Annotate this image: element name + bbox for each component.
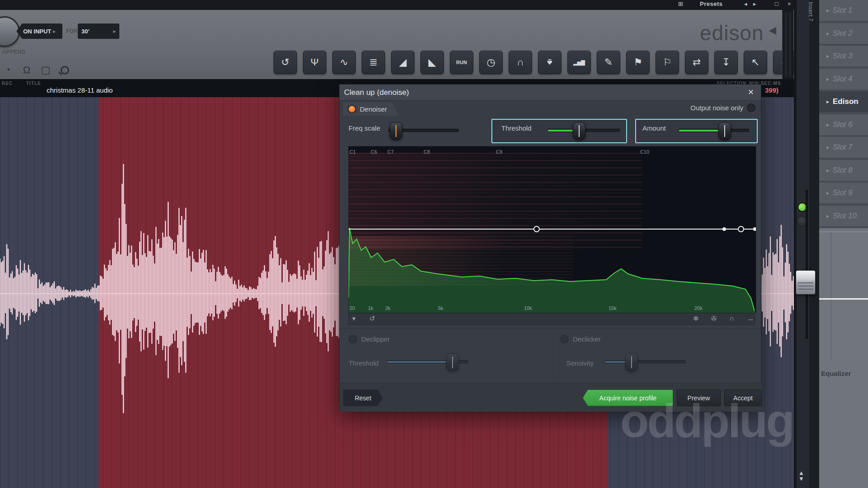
amount-label: Amount — [642, 124, 666, 132]
fade-in-icon[interactable]: ◢ — [391, 51, 415, 74]
select-region-icon[interactable]: ▢ — [39, 63, 52, 77]
clip-icon[interactable]: ✇ — [711, 314, 717, 323]
blur-tool-icon[interactable]: Ψ — [303, 51, 326, 74]
mixer-slot-slot-9[interactable]: ▸Slot 9 — [819, 183, 868, 203]
slot-label: Edison — [833, 97, 859, 106]
threshold-slider[interactable] — [547, 122, 620, 140]
edison-window-titlebar: ⊞ Presets ◂ ▸ □ × — [0, 0, 794, 10]
equalizer-display[interactable] — [819, 231, 868, 361]
presets-button[interactable]: Presets — [700, 0, 722, 7]
reset-display-icon[interactable]: ↺ — [369, 314, 375, 323]
fade-out-icon[interactable]: ◣ — [420, 51, 444, 74]
mixer-slot-edison[interactable]: ▸Edison — [819, 91, 868, 112]
output-noise-only-label: Output noise only — [690, 104, 743, 112]
mixer-slot-slot-3[interactable]: ▸Slot 3 — [819, 46, 868, 66]
select-tool-icon[interactable]: ↖ — [744, 51, 767, 74]
magnet-icon[interactable]: ∩ — [729, 314, 734, 322]
freq-label-1k: 1k — [368, 305, 373, 311]
spread-icon[interactable]: ↔ — [747, 314, 754, 322]
slot-label: Slot 10 — [833, 211, 857, 221]
slot-arrow-icon: ▸ — [826, 30, 829, 37]
declipper-threshold-slider[interactable] — [387, 353, 468, 371]
normalize-icon[interactable]: ∿ — [332, 51, 356, 74]
freeze-icon[interactable]: ❄ — [693, 314, 699, 323]
slider-fill — [679, 130, 724, 131]
record-duration-dropdown[interactable]: 30' ▸ — [78, 23, 119, 39]
draw-tool-icon[interactable]: ✎ — [597, 51, 620, 74]
declipper-led[interactable] — [349, 335, 357, 343]
preview-headphones-icon[interactable]: Ω — [20, 63, 33, 77]
preset-next-icon[interactable]: ▸ — [753, 0, 756, 7]
freq-label-15k: 15k — [609, 305, 617, 311]
denoise-tool-icon[interactable]: ♠ — [538, 51, 561, 74]
threshold-label: Threshold — [501, 124, 532, 132]
spectrum-curve — [349, 146, 756, 313]
declipper-toggle[interactable]: Declipper — [349, 335, 390, 343]
note-label-c9: C9 — [496, 149, 502, 155]
slider-knob[interactable] — [573, 122, 585, 140]
scrub-icon[interactable]: ◔ — [1, 63, 14, 77]
slider-knob[interactable] — [625, 353, 638, 371]
preset-prev-icon[interactable]: ◂ — [744, 0, 747, 7]
output-noise-only-led[interactable] — [747, 103, 755, 112]
equalize-icon[interactable]: ≣ — [362, 51, 385, 74]
stats-icon[interactable]: ▂▅▇ — [567, 51, 591, 74]
dialog-close-icon[interactable]: × — [745, 86, 756, 98]
scroll-arrows[interactable]: ▲▼ — [798, 470, 804, 482]
edison-toolbar-buttons: ↺Ψ∿≣◢◣RUN◷∩♠▂▅▇✎⚑⚐⇄↧↖⇔ — [274, 51, 797, 74]
swap-icon[interactable]: ⇄ — [685, 51, 708, 74]
freq-scale-slider[interactable] — [388, 122, 459, 140]
mixer-slot-slot-1[interactable]: ▸Slot 1 — [819, 0, 868, 21]
amount-slider[interactable] — [679, 122, 749, 140]
mixer-slot-slot-6[interactable]: ▸Slot 6 — [819, 114, 868, 135]
marker-drag-icon[interactable]: ⚐ — [656, 51, 679, 74]
equalize-icon: ≣ — [369, 56, 377, 68]
denoiser-led[interactable] — [348, 105, 356, 113]
freq-label-20: 20 — [349, 305, 355, 311]
slot-arrow-icon: ▸ — [826, 213, 829, 219]
save-icon[interactable]: ↧ — [714, 51, 738, 74]
mixer-slot-slot-4[interactable]: ▸Slot 4 — [819, 69, 868, 89]
undo-icon[interactable]: ↺ — [274, 51, 297, 74]
slider-knob[interactable] — [390, 122, 402, 140]
slider-knob[interactable] — [446, 353, 459, 371]
freq-label-20k: 20k — [694, 305, 703, 311]
slot-arrow-icon: ▸ — [826, 99, 829, 105]
declicker-toggle[interactable]: Declicker — [560, 335, 601, 343]
freq-label-10k: 10k — [524, 305, 532, 311]
declicker-sensivity-slider[interactable] — [604, 353, 686, 371]
divider — [340, 328, 761, 329]
selection-value: 399) — [765, 86, 778, 94]
grid-icon[interactable]: ⊞ — [678, 0, 683, 7]
normalize-icon: ∿ — [340, 56, 348, 68]
marker-add-icon[interactable]: ⚑ — [626, 51, 650, 74]
declicker-led[interactable] — [560, 335, 569, 343]
time-tool-icon[interactable]: ◷ — [479, 51, 503, 74]
envelope-menu-icon[interactable]: ▾ — [352, 314, 356, 323]
output-noise-only-toggle[interactable]: Output noise only — [690, 103, 755, 112]
run-script-button[interactable]: RUN — [450, 51, 473, 74]
spectrum-display[interactable]: C1C6C7C8C9C10201k2k5k10k15k20k — [348, 146, 756, 313]
denoiser-toggle[interactable]: Denoiser — [343, 102, 399, 116]
zoom-icon[interactable] — [58, 63, 71, 77]
dialog-titlebar[interactable]: Clean up (denoise) × — [340, 84, 761, 101]
mixer-slot-slot-2[interactable]: ▸Slot 2 — [819, 23, 868, 44]
reset-button[interactable]: Reset — [343, 389, 383, 406]
window-close-icon[interactable]: × — [788, 0, 791, 7]
slot-arrow-icon: ▸ — [826, 190, 829, 196]
mixer-slot-slot-10[interactable]: ▸Slot 10 — [819, 206, 868, 226]
edison-toolbar-zone: ON INPUT ▸ FOR 30' ▸ APPEND ◔Ω▢ ↺Ψ∿≣◢◣RU… — [0, 10, 794, 79]
maximize-icon[interactable]: □ — [775, 0, 778, 7]
mixer-slot-slot-8[interactable]: ▸Slot 8 — [819, 160, 868, 181]
denoise-tool-icon: ♠ — [547, 56, 552, 68]
title-label: TITLE — [26, 81, 41, 86]
slot-arrow-icon: ▸ — [826, 7, 829, 14]
for-label: FOR — [66, 28, 77, 34]
slider-knob[interactable] — [718, 122, 731, 140]
freq-label-2k: 2k — [385, 305, 391, 311]
zoom-glass-shape — [61, 66, 69, 75]
mixer-slot-slot-7[interactable]: ▸Slot 7 — [819, 137, 868, 158]
record-mode-button[interactable]: ON INPUT ▸ — [16, 23, 62, 39]
amp-tool-icon[interactable]: ∩ — [509, 51, 532, 74]
volume-fader-handle[interactable] — [796, 270, 816, 295]
